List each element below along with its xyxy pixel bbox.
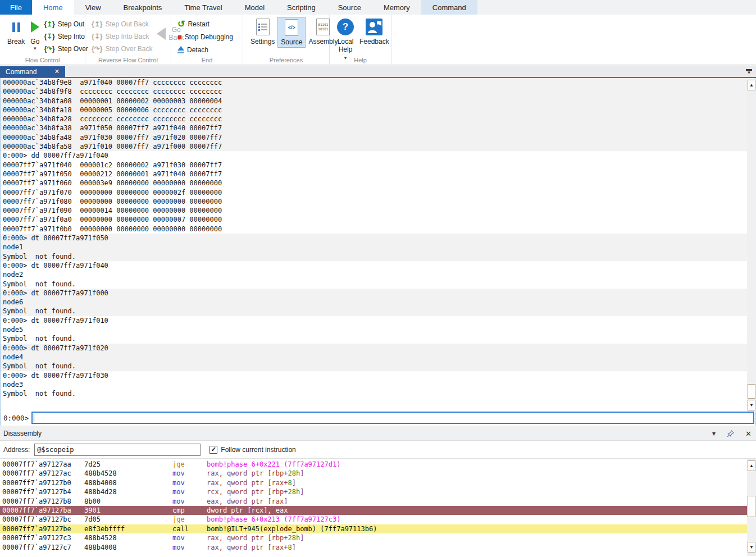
- command-output-line: Symbol not found.: [1, 334, 747, 343]
- source-button[interactable]: </> Source: [277, 17, 306, 48]
- ribbon-tab-breakpoints[interactable]: Breakpoints: [112, 0, 174, 15]
- local-help-button[interactable]: ? Local Help ▾: [334, 17, 357, 63]
- command-input[interactable]: [31, 412, 754, 424]
- disassembly-row[interactable]: 00007ff7`a97127c3488b4528movrax, qword p…: [0, 533, 747, 542]
- step-out-label: Step Out: [58, 20, 84, 28]
- command-output-line: Symbol not found.: [1, 362, 747, 371]
- back-triangle-icon: [157, 28, 166, 40]
- pin-icon[interactable]: [727, 430, 734, 437]
- disassembly-menu-caret-icon[interactable]: ▾: [712, 430, 716, 437]
- command-output-line: 00007ff7`a971f060 000003e9 00000000 0000…: [1, 179, 747, 188]
- command-scrollbar[interactable]: ▲ ▼: [747, 79, 756, 412]
- ribbon-tab-memory[interactable]: Memory: [372, 0, 421, 15]
- stop-debugging-label: Stop Debugging: [185, 33, 233, 41]
- disasm-scroll-down-button[interactable]: ▼: [748, 542, 755, 553]
- disassembly-row[interactable]: 00007ff7`a97127ac488b4528movrax, qword p…: [0, 469, 747, 478]
- disassembly-close-icon[interactable]: ✕: [745, 430, 752, 438]
- disassembly-row[interactable]: 00007ff7`a97127bc7d05jgebomb!phase_6+0x2…: [0, 515, 747, 524]
- follow-current-instruction-label: Follow current instruction: [221, 446, 295, 454]
- document-tab-row: Command ✕ ▾: [0, 66, 756, 77]
- disassembly-body: 00007ff7`a97127aa7d25jgebomb!phase_6+0x2…: [0, 458, 756, 556]
- scroll-up-button[interactable]: ▲: [748, 80, 755, 90]
- command-output-line: 000000ac`34b8fa08 00000001 00000002 0000…: [1, 97, 747, 106]
- flow-control-group-label: Flow Control: [0, 57, 85, 63]
- ribbon-tab-source[interactable]: Source: [327, 0, 372, 15]
- detach-label: Detach: [187, 46, 208, 54]
- ribbon-tab-home[interactable]: Home: [32, 0, 74, 15]
- command-output-line: 00007ff7`a971f070 00000000 00000000 0000…: [1, 188, 747, 197]
- ribbon-tab-file[interactable]: File: [0, 0, 32, 15]
- step-into-back-label: Step Into Back: [105, 33, 149, 40]
- scrollbar-thumb[interactable]: [748, 384, 755, 399]
- command-tab-title: Command: [6, 68, 37, 76]
- feedback-button[interactable]: Feedback: [357, 17, 392, 47]
- group-reverse-flow-control: {↥} Step Out Back {↧} Step Into Back {↷}…: [85, 15, 171, 64]
- disassembly-header: Disassembly ▾ ✕: [0, 427, 756, 441]
- step-into-icon: {↧}: [44, 33, 54, 40]
- command-window: 000000ac`34b8f9e8 a971f040 00007ff7 cccc…: [0, 78, 756, 426]
- settings-label: Settings: [251, 38, 275, 45]
- disasm-scroll-up-button[interactable]: ▲: [748, 460, 755, 471]
- source-doc-icon: </>: [285, 19, 298, 36]
- eject-icon: [177, 46, 184, 53]
- play-icon: [31, 18, 39, 36]
- group-help: ? Local Help ▾ Feedback Help: [330, 15, 391, 64]
- scroll-down-button[interactable]: ▼: [748, 400, 755, 410]
- step-over-back-icon: {↷}: [92, 45, 102, 53]
- ribbon-tab-time-travel[interactable]: Time Travel: [173, 0, 233, 15]
- disassembly-row[interactable]: 00007ff7`a97127ba3901cmpdword ptr [rcx],…: [0, 506, 747, 515]
- command-output-line: node2: [1, 270, 747, 279]
- stop-icon: ■: [177, 33, 182, 41]
- break-label: Break: [7, 38, 25, 45]
- command-output-line: node4: [1, 353, 747, 362]
- ribbon-tab-command[interactable]: Command: [421, 0, 477, 15]
- command-output-line: node3: [1, 380, 747, 389]
- preferences-group-label: Preferences: [243, 57, 329, 63]
- disassembly-toolbar: Address: ✓ Follow current instruction: [0, 441, 756, 458]
- command-output-line: 000000ac`34b8fa18 00000005 00000006 cccc…: [1, 106, 747, 115]
- disassembly-row[interactable]: 00007ff7`a97127c7488b4008movrax, qword p…: [0, 543, 747, 552]
- disassembly-row[interactable]: 00007ff7`a97127b4488b4d28movrcx, qword p…: [0, 487, 747, 496]
- address-label: Address:: [3, 446, 30, 454]
- step-out-button[interactable]: {↥} Step Out: [42, 18, 89, 30]
- stop-debugging-button[interactable]: ■ Stop Debugging: [176, 31, 235, 43]
- command-output-line: 0:000> dt 00007ff7a971f050: [1, 234, 747, 243]
- step-into-button[interactable]: {↧} Step Into: [42, 30, 89, 42]
- restart-button[interactable]: ↺ Restart: [176, 18, 235, 30]
- command-output-line: 000000ac`34b8fa28 cccccccc cccccccc cccc…: [1, 115, 747, 124]
- command-tab-close-icon[interactable]: ✕: [54, 68, 60, 75]
- disassembly-row[interactable]: 00007ff7`a97127bee8f3ebffffcallbomb!@ILT…: [0, 524, 747, 533]
- disasm-scrollbar-thumb[interactable]: [748, 496, 755, 517]
- disassembly-row[interactable]: 00007ff7`a97127b0488b4008movrax, qword p…: [0, 478, 747, 487]
- go-dropdown-caret-icon[interactable]: ▾: [34, 47, 37, 50]
- disassembly-row[interactable]: 00007ff7`a97127b88b00moveax, dword ptr […: [0, 497, 747, 506]
- break-button[interactable]: Break: [4, 17, 28, 47]
- command-prompt-row: 0:000>: [1, 410, 755, 426]
- window-menu-icon[interactable]: ▾: [746, 66, 752, 77]
- command-output-line: 00007ff7`a971f090 00000014 00000000 0000…: [1, 206, 747, 215]
- settings-button[interactable]: Settings: [248, 17, 277, 47]
- end-group-label: End: [171, 57, 243, 63]
- address-input[interactable]: [34, 444, 201, 456]
- go-label: Go: [30, 38, 39, 45]
- disassembly-scrollbar[interactable]: ▲ ▼: [747, 459, 756, 556]
- disassembly-title: Disassembly: [3, 430, 42, 437]
- step-into-label: Step Into: [58, 33, 85, 40]
- command-window-tab[interactable]: Command ✕: [0, 66, 65, 77]
- help-question-icon: ?: [337, 18, 354, 36]
- go-button[interactable]: Go ▾: [28, 17, 42, 51]
- ribbon-tab-model[interactable]: Model: [234, 0, 276, 15]
- command-output-line: 00007ff7`a971f0a0 00000000 00000000 0000…: [1, 215, 747, 224]
- command-output-line: 0:000> dt 00007ff7a971f020: [1, 344, 747, 353]
- group-preferences: Settings </> Source 01101 10101 Assembly…: [243, 15, 330, 64]
- step-over-button[interactable]: {↷} Step Over: [42, 43, 89, 54]
- ribbon-tab-view[interactable]: View: [74, 0, 112, 15]
- step-over-label: Step Over: [58, 45, 88, 53]
- step-into-back-icon: {↧}: [92, 33, 102, 40]
- prompt-label: 0:000>: [2, 414, 31, 422]
- disassembly-row[interactable]: 00007ff7`a97127aa7d25jgebomb!phase_6+0x2…: [0, 460, 747, 469]
- ribbon-tab-scripting[interactable]: Scripting: [276, 0, 327, 15]
- follow-current-instruction-checkbox[interactable]: ✓: [210, 446, 217, 454]
- group-end: ↺ Restart ■ Stop Debugging Detach End: [171, 15, 243, 64]
- detach-button[interactable]: Detach: [176, 44, 235, 56]
